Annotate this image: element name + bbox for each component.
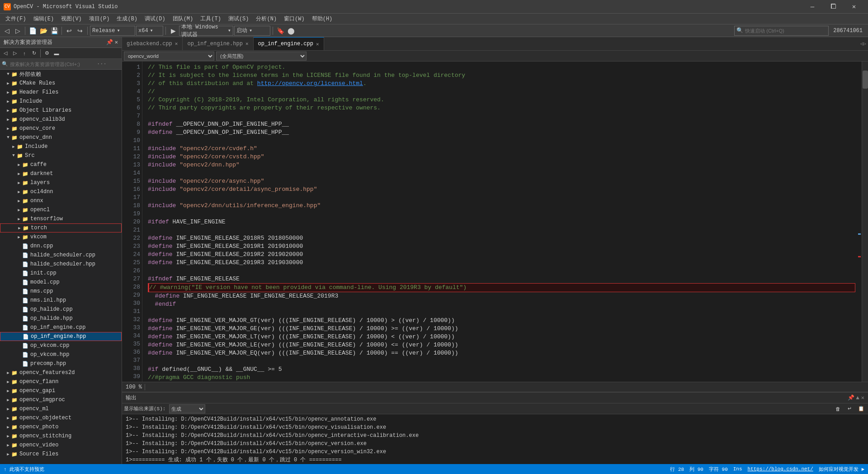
tree-item-nms-cpp[interactable]: 📄nms.cpp bbox=[0, 287, 122, 296]
maximize-button[interactable]: ⧠ bbox=[823, 0, 844, 14]
output-copy-btn[interactable]: 📋 bbox=[856, 404, 866, 414]
menu-item-w[interactable]: 窗口(W) bbox=[280, 14, 308, 24]
menu-item-v[interactable]: 视图(V) bbox=[57, 14, 85, 24]
open-file-button[interactable]: 📂 bbox=[38, 26, 48, 36]
new-file-button[interactable]: 📄 bbox=[28, 26, 38, 36]
tree-item-precomp-hpp[interactable]: 📄precomp.hpp bbox=[0, 359, 122, 368]
tree-item-source-files[interactable]: ▶📁Source Files bbox=[0, 450, 122, 459]
tree-item-opencv-stitching[interactable]: ▶📁opencv_stitching bbox=[0, 431, 122, 441]
se-search-input[interactable] bbox=[10, 62, 96, 67]
se-close-icon[interactable]: ✕ bbox=[115, 39, 118, 46]
tree-item-halide-scheduler-hpp[interactable]: 📄halide_scheduler.hpp bbox=[0, 260, 122, 269]
tree-item-dnn-cpp[interactable]: 📄dnn.cpp bbox=[0, 242, 122, 251]
tree-item-op-halide-hpp[interactable]: 📄op_halide.hpp bbox=[0, 314, 122, 323]
tree-item-opencv-calib3d[interactable]: ▶📁opencv_calib3d bbox=[0, 115, 122, 124]
title-bar-controls[interactable]: — ⧠ ✕ bbox=[802, 0, 864, 14]
menu-item-n[interactable]: 分析(N) bbox=[252, 14, 280, 24]
tree-item-opencv-core[interactable]: ▶📁opencv_core bbox=[0, 124, 122, 133]
tree-item-opencv-photo[interactable]: ▶📁opencv_photo bbox=[0, 422, 122, 431]
tree-item-include[interactable]: ▶📁Include bbox=[0, 97, 122, 106]
breakpoint-button[interactable]: ⬤ bbox=[286, 26, 296, 36]
tab-op-inf-hpp-close[interactable]: ✕ bbox=[245, 41, 249, 47]
tree-item-op-vkcom-cpp[interactable]: 📄op_vkcom.cpp bbox=[0, 341, 122, 350]
output-up-icon[interactable]: ▲ bbox=[856, 395, 859, 401]
se-back-btn[interactable]: ◁ bbox=[1, 49, 10, 58]
start-button[interactable]: ▶ bbox=[168, 26, 178, 36]
tree-item-object-libraries[interactable]: ▶📁Object Libraries bbox=[0, 106, 122, 115]
tree-item-opencv-objdetect[interactable]: ▶📁opencv_objdetect bbox=[0, 413, 122, 422]
tree-item-init-cpp[interactable]: 📄init.cpp bbox=[0, 269, 122, 278]
se-refresh-btn[interactable]: ↻ bbox=[29, 49, 38, 58]
tree-item-include[interactable]: ▶📁Include bbox=[0, 142, 122, 151]
se-filter-btn[interactable]: ▬ bbox=[52, 49, 61, 58]
tree-item-src[interactable]: ▼📁Src bbox=[0, 151, 122, 160]
tree-item-header-files[interactable]: ▶📁Header Files bbox=[0, 88, 122, 97]
menu-item-s[interactable]: 测试(S) bbox=[225, 14, 253, 24]
status-link[interactable]: https://blog.csdn.net/ bbox=[748, 466, 813, 472]
tree-item-tensorflow[interactable]: ▶📁tensorflow bbox=[0, 214, 122, 223]
se-pin-icon[interactable]: 📌 bbox=[106, 39, 113, 46]
tree-item-op-inf-engine-cpp[interactable]: 📄op_inf_engine.cpp bbox=[0, 323, 122, 332]
output-close-icon[interactable]: ✕ bbox=[861, 394, 864, 401]
vertical-scrollbar[interactable] bbox=[862, 62, 868, 382]
menu-item-p[interactable]: 项目(P) bbox=[85, 14, 113, 24]
menu-item-e[interactable]: 编辑(E) bbox=[30, 14, 58, 24]
tree-item-cmake-rules[interactable]: ▶📁CMake Rules bbox=[0, 79, 122, 88]
redo-button[interactable]: ↪ bbox=[75, 26, 85, 36]
tab-giebackend-close[interactable]: ✕ bbox=[175, 41, 178, 47]
config-dropdown[interactable]: Release ▾ bbox=[90, 26, 135, 36]
tree-item-opencv-ml[interactable]: ▶📁opencv_ml bbox=[0, 404, 122, 413]
tree-item-halide-scheduler-cpp[interactable]: 📄halide_scheduler.cpp bbox=[0, 251, 122, 260]
se-forward-btn[interactable]: ▷ bbox=[10, 49, 19, 58]
tree-item-darknet[interactable]: ▶📁darknet bbox=[0, 169, 122, 178]
bookmark-button[interactable]: 🔖 bbox=[275, 26, 285, 36]
save-button[interactable]: 💾 bbox=[49, 26, 59, 36]
tree-item-layers[interactable]: ▶📁layers bbox=[0, 178, 122, 187]
tab-scroll-right[interactable]: ▷ bbox=[863, 41, 866, 47]
tab-op-inf-cpp-close[interactable]: ✕ bbox=[316, 41, 319, 47]
tab-op-inf-cpp[interactable]: op_inf_engine.cpp ✕ bbox=[254, 37, 324, 51]
tree-item-----[interactable]: ▼📁外部依赖 bbox=[0, 70, 122, 79]
tab-op-inf-hpp[interactable]: op_inf_engine.hpp ✕ bbox=[183, 37, 253, 51]
tree-item-opencv-dnn[interactable]: ▼📁opencv_dnn bbox=[0, 133, 122, 142]
tree-item-opencv-flann[interactable]: ▶📁opencv_flann bbox=[0, 377, 122, 386]
se-settings-btn[interactable]: ⚙ bbox=[42, 49, 52, 58]
tree-item-onnx[interactable]: ▶📁onnx bbox=[0, 196, 122, 205]
tree-item-op-halide-cpp[interactable]: 📄op_halide.cpp bbox=[0, 305, 122, 314]
menu-item-b[interactable]: 生成(B) bbox=[113, 14, 141, 24]
tree-item-nms-inl-hpp[interactable]: 📄nms.inl.hpp bbox=[0, 296, 122, 305]
run-dropdown[interactable]: 启动 ▾ bbox=[234, 26, 270, 36]
quick-search-input[interactable] bbox=[745, 28, 826, 33]
forward-button[interactable]: ▷ bbox=[13, 26, 23, 36]
tree-item-vkcom[interactable]: ▶📁vkcom bbox=[0, 232, 122, 242]
output-clear-btn[interactable]: 🗑 bbox=[833, 404, 843, 414]
tree-item-opencv-features2d[interactable]: ▶📁opencv_features2d bbox=[0, 368, 122, 377]
tree-item-opencv-gapi[interactable]: ▶📁opencv_gapi bbox=[0, 386, 122, 395]
tree-item-op-vkcom-hpp[interactable]: 📄op_vkcom.hpp bbox=[0, 350, 122, 359]
se-up-btn[interactable]: ↑ bbox=[20, 49, 29, 58]
target-dropdown[interactable]: 本地 Windows 调试器 ▾ bbox=[179, 26, 233, 36]
output-source-select[interactable]: 生成 bbox=[169, 404, 205, 413]
tree-item-opencl[interactable]: ▶📁opencl bbox=[0, 205, 122, 214]
minimize-button[interactable]: — bbox=[802, 0, 823, 14]
tree-item-caffe[interactable]: ▶📁caffe bbox=[0, 160, 122, 169]
undo-button[interactable]: ↩ bbox=[64, 26, 74, 36]
menu-item-d[interactable]: 调试(D) bbox=[141, 14, 169, 24]
tree-item-ocl4dnn[interactable]: ▶📁ocl4dnn bbox=[0, 187, 122, 196]
tree-item-torch[interactable]: ▶📁torch bbox=[0, 223, 122, 232]
back-button[interactable]: ◁ bbox=[2, 26, 12, 36]
output-wrap-btn[interactable]: ↵ bbox=[844, 404, 854, 414]
tree-item-op-inf-engine-hpp[interactable]: 📄op_inf_engine.hpp bbox=[0, 332, 122, 341]
scrollbar-thumb[interactable] bbox=[863, 71, 868, 89]
menu-item-f[interactable]: 文件(F) bbox=[2, 14, 30, 24]
arch-dropdown[interactable]: x64 ▾ bbox=[136, 26, 163, 36]
menu-item-h[interactable]: 帮助(H) bbox=[308, 14, 336, 24]
scope-dropdown[interactable]: (全局范围) bbox=[216, 52, 307, 61]
tab-giebackend[interactable]: giebackend.cpp ✕ bbox=[122, 37, 183, 51]
file-dropdown[interactable]: opencv_world bbox=[124, 52, 214, 61]
tree-item-opencv-video[interactable]: ▶📁opencv_video bbox=[0, 441, 122, 450]
close-button[interactable]: ✕ bbox=[844, 0, 864, 14]
tree-item-model-cpp[interactable]: 📄model.cpp bbox=[0, 278, 122, 287]
tree-item-opencv-imgproc[interactable]: ▶📁opencv_imgproc bbox=[0, 395, 122, 404]
output-pin-icon[interactable]: 📌 bbox=[848, 394, 854, 401]
